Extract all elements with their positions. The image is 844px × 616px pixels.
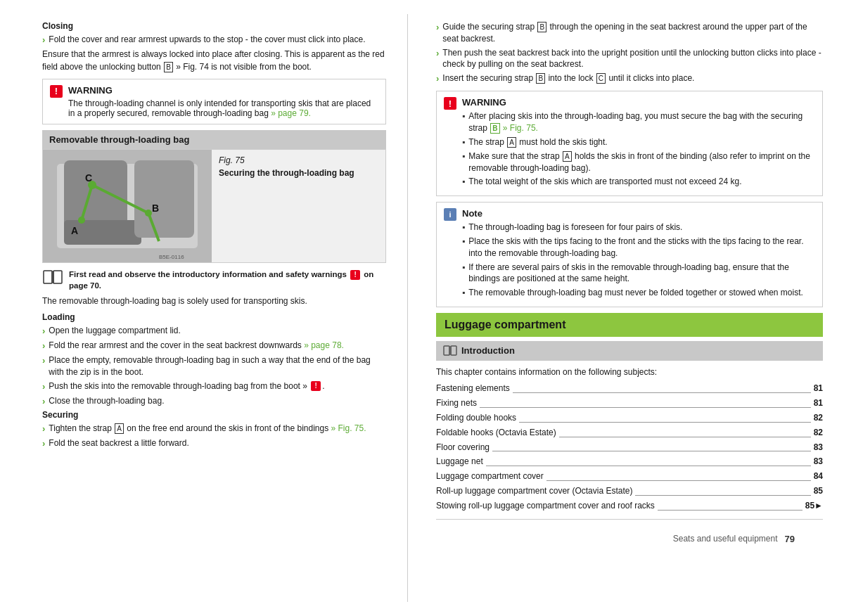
bullet-arrow-icon-6: ›: [42, 395, 45, 408]
toc-page-5: 83: [814, 456, 823, 468]
warning-item-3: ▪ Make sure that the strap A holds the s…: [462, 150, 815, 174]
warning-title-1: WARNING: [68, 85, 378, 96]
warn-inline-loading: !: [311, 381, 321, 391]
page: Closing › Fold the cover and rear armres…: [0, 0, 844, 616]
warning-item-1: ▪ After placing skis into the through-lo…: [462, 110, 815, 134]
book-svg: [42, 269, 63, 286]
loading-bullet-5-text: Close the through-loading bag.: [49, 395, 164, 407]
bullet-sq-3: ▪: [462, 150, 465, 162]
bullet-arrow-icon: ›: [42, 34, 45, 46]
toc-page-4: 83: [814, 442, 823, 454]
loading-bullet-3-text: Place the empty, removable through-loadi…: [49, 354, 386, 378]
toc-row-3: Foldable hooks (Octavia Estate) 82: [436, 427, 823, 439]
securing-bullet-2-text: Fold the seat backrest a little forward.: [49, 437, 188, 449]
fig-caption: Securing the through-loading bag: [219, 167, 378, 179]
securing-bullet-1: › Tighten the strap A on the free end ar…: [42, 423, 386, 435]
toc-label-4: Floor covering: [436, 442, 490, 454]
fig-number: Fig. 75: [219, 155, 378, 165]
badge-B-guide1: B: [537, 22, 546, 32]
badge-B-closing: B: [164, 62, 173, 72]
bullet-arrow-icon-4: ›: [42, 354, 45, 367]
toc-page-1: 81: [814, 397, 823, 409]
intro-heading-text: Introduction: [461, 345, 515, 356]
right-column: › Guide the securing strap B through the…: [408, 14, 844, 602]
guide-bullet-3-text: Insert the securing strap B into the loc…: [442, 72, 694, 84]
footer-page-number: 79: [785, 534, 795, 544]
read-observe-box: First read and observe the introductory …: [42, 269, 386, 291]
toc-list: Fastening elements 81 Fixing nets 81 Fol…: [436, 383, 823, 511]
closing-note: Ensure that the armrest is always locked…: [42, 49, 386, 73]
svg-rect-16: [53, 271, 62, 283]
warning-item-4: ▪ The total weight of the skis which are…: [462, 176, 815, 188]
toc-label-1: Fixing nets: [436, 397, 477, 409]
toc-row-6: Luggage compartment cover 84: [436, 470, 823, 482]
svg-text:C: C: [85, 172, 92, 184]
guide-bullet-3: › Insert the securing strap B into the l…: [436, 72, 823, 85]
intro-header: Introduction: [436, 341, 823, 361]
loading-bullet-4-text: Push the skis into the removable through…: [49, 380, 324, 392]
toc-label-7: Roll-up luggage compartment cover (Octav…: [436, 485, 632, 497]
note-sq-4: ▪: [462, 287, 465, 299]
figure-container: C B A B5E-0116 Fig. 75 Securing the thro…: [42, 149, 386, 263]
toc-row-1: Fixing nets 81: [436, 397, 823, 409]
closing-heading: Closing: [42, 21, 386, 31]
sole-use-text: The removable through-loading bag is sol…: [42, 295, 386, 307]
note-item-1-text: The through-loading bag is foreseen for …: [468, 222, 682, 233]
toc-page-0: 81: [814, 383, 823, 394]
toc-dots-8: [658, 510, 803, 511]
warning-box-2: ! WARNING ▪ After placing skis into the …: [436, 91, 823, 196]
warning-box-1: ! WARNING The through-loading channel is…: [42, 79, 386, 124]
loading-link-2: » page 78.: [304, 340, 344, 350]
toc-label-8: Stowing roll-up luggage compartment cove…: [436, 500, 655, 512]
toc-dots-2: [519, 422, 811, 423]
toc-page-3: 82: [814, 427, 823, 439]
toc-label-5: Luggage net: [436, 456, 483, 468]
note-item-4: ▪ The removable through-loading bag must…: [462, 287, 815, 299]
warning-content-2: WARNING ▪ After placing skis into the th…: [462, 97, 815, 190]
page-footer: Seats and useful equipment 79: [436, 519, 823, 551]
fig-caption-area: Fig. 75 Securing the through-loading bag: [212, 150, 385, 262]
warning-item-2-text: The strap A must hold the skis tight.: [468, 136, 607, 148]
car-illustration: C B A B5E-0116: [43, 150, 212, 262]
luggage-heading: Luggage compartment: [436, 313, 823, 337]
securing-bullet-2: › Fold the seat backrest a little forwar…: [42, 437, 386, 450]
toc-page-6: 84: [814, 470, 823, 482]
loading-bullet-2: › Fold the rear armrest and the cover in…: [42, 340, 386, 352]
svg-text:A: A: [71, 225, 78, 236]
toc-dots-7: [635, 495, 810, 496]
bullet-arrow-r2: ›: [436, 47, 439, 60]
svg-point-10: [78, 217, 85, 224]
toc-label-0: Fastening elements: [436, 383, 510, 394]
toc-dots-4: [492, 451, 811, 451]
svg-text:B5E-0116: B5E-0116: [159, 254, 184, 260]
toc-dots-5: [486, 466, 811, 466]
svg-rect-20: [451, 346, 456, 355]
note-item-1: ▪ The through-loading bag is foreseen fo…: [462, 222, 815, 233]
note-content: Note ▪ The through-loading bag is forese…: [462, 208, 815, 301]
figure-image: C B A B5E-0116: [43, 150, 212, 262]
note-title: Note: [462, 208, 815, 219]
badge-A-securing: A: [115, 423, 124, 434]
bullet-sq-4: ▪: [462, 176, 465, 188]
toc-row-7: Roll-up luggage compartment cover (Octav…: [436, 485, 823, 497]
read-observe-text: First read and observe the introductory …: [69, 269, 386, 291]
bullet-arrow-icon-8: ›: [42, 437, 45, 450]
toc-row-5: Luggage net 83: [436, 456, 823, 468]
toc-dots-1: [480, 407, 811, 408]
footer-section: Seats and useful equipment: [673, 534, 778, 544]
toc-row-0: Fastening elements 81: [436, 383, 823, 394]
guide-bullet-2: › Then push the seat backrest back into …: [436, 47, 823, 71]
warning-item-1-text: After placing skis into the through-load…: [468, 110, 815, 134]
warning-icon-1: !: [50, 85, 63, 98]
loading-bullet-5: › Close the through-loading bag.: [42, 395, 386, 408]
note-item-3-text: If there are several pairs of skis in th…: [468, 262, 815, 285]
loading-bullet-2-text: Fold the rear armrest and the cover in t…: [49, 340, 344, 352]
bullet-sq-2: ▪: [462, 136, 465, 148]
securing-bullet-1-text: Tighten the strap A on the free end arou…: [49, 423, 366, 435]
badge-B-w2: B: [490, 123, 499, 134]
guide-bullet-2-text: Then push the seat backrest back into th…: [442, 47, 823, 71]
warning-link-1: » page 79.: [271, 108, 311, 118]
badge-A-w2: A: [507, 137, 516, 148]
read-observe-warn-icon: !: [350, 270, 360, 280]
toc-row-2: Folding double hooks 82: [436, 412, 823, 424]
